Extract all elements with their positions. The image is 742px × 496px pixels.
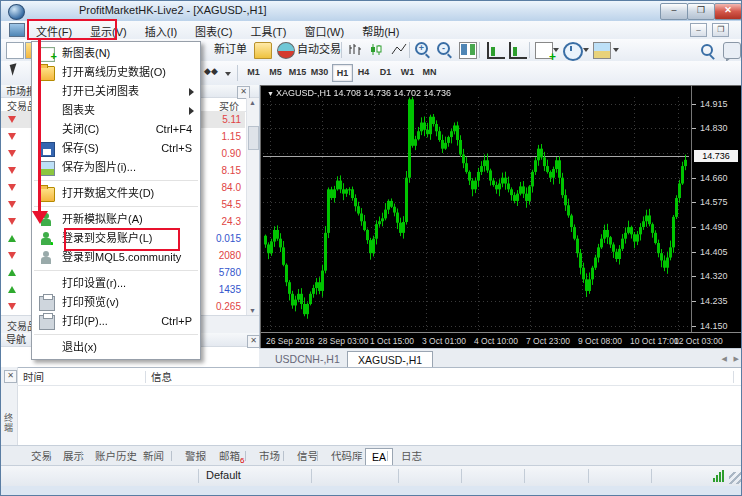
chart-collapse-icon[interactable]: ▼ — [267, 90, 276, 97]
period-m1[interactable]: M1 — [244, 64, 263, 80]
navigator-close-icon[interactable]: ✕ — [247, 335, 260, 348]
file-menu-item-5[interactable]: 保存(S)Ctrl+S — [32, 139, 200, 158]
file-menu-item-6[interactable]: 保存为图片(i)... — [32, 158, 200, 177]
submenu-arrow-icon — [189, 88, 194, 96]
tab-scroll-right-icon[interactable]: ▶ — [734, 355, 739, 363]
market-watch-scrollbar[interactable]: ▲ ▼ — [246, 98, 259, 315]
period-h4[interactable]: H4 — [354, 64, 373, 80]
terminal-tab-8[interactable]: 代码库 — [325, 448, 369, 465]
price-label: 14.235 — [700, 296, 728, 306]
period-w1[interactable]: W1 — [398, 64, 417, 80]
terminal-tab-10[interactable]: 日志 — [395, 448, 428, 465]
menu-item-5[interactable]: 窗口(W) — [295, 21, 353, 39]
templates-dropdown-icon[interactable] — [613, 48, 619, 52]
indicators-icon[interactable] — [535, 42, 553, 59]
new-order-button[interactable]: 新订单 — [214, 41, 247, 58]
file-menu-item-1[interactable]: 打开离线历史数据(O) — [32, 63, 200, 82]
child-minimize-button[interactable]: – — [690, 23, 707, 37]
templates-icon[interactable] — [593, 42, 611, 59]
periods-dropdown-icon[interactable] — [583, 48, 589, 52]
menu-item-6[interactable]: 帮助(H) — [353, 21, 408, 39]
chart-tab-xagusdh1[interactable]: XAGUSD-,H1 — [347, 351, 433, 368]
file-menu-item-11[interactable]: 打印设置(r)... — [32, 274, 200, 293]
line-chart-mode-icon[interactable] — [391, 42, 407, 57]
terminal-tab-2[interactable]: 账户历史 — [89, 448, 143, 465]
toolbar-separator — [237, 65, 238, 81]
auto-scroll-icon[interactable] — [509, 42, 527, 59]
menu-item-2[interactable]: 插入(I) — [136, 21, 186, 39]
file-menu-item-7[interactable]: 打开数据文件夹(D) — [32, 184, 200, 203]
indicators-dropdown-icon[interactable] — [553, 48, 559, 52]
scroll-down-icon[interactable]: ▼ — [249, 307, 256, 314]
arrow-down-icon — [8, 116, 16, 123]
menu-item-4[interactable]: 工具(T) — [241, 21, 295, 39]
zoom-out-icon[interactable]: - — [437, 42, 450, 55]
child-restore-button[interactable]: ❐ — [712, 23, 729, 37]
terminal-tab-9[interactable]: EA — [365, 448, 393, 466]
community-chat-icon[interactable] — [723, 42, 741, 59]
terminal-tab-4[interactable]: 警报 — [179, 448, 212, 465]
chart-tab-usdcnhh1[interactable]: USDCNH-,H1 — [265, 351, 350, 367]
price-tick — [692, 252, 696, 253]
terminal-tab-3[interactable]: 新闻 — [137, 448, 170, 465]
tab-scroll-left-icon[interactable]: ◀ — [722, 355, 727, 363]
file-menu-item-8[interactable]: 开新模拟账户(A) — [32, 210, 200, 229]
column-time[interactable]: 时间 — [23, 369, 44, 384]
file-menu-item-2[interactable]: 打开已关闭图表 — [32, 82, 200, 101]
arrow-down-icon — [8, 167, 16, 174]
mt4-main-window: ProfitMarketHK-Live2 - [XAGUSD-,H1] – ❐ … — [0, 0, 742, 496]
file-menu-item-0[interactable]: 新图表(N) — [32, 44, 200, 63]
bar-chart-mode-icon[interactable] — [347, 42, 363, 57]
zoom-in-icon[interactable]: + — [415, 42, 428, 55]
file-menu-item-label: 保存为图片(i)... — [62, 161, 136, 173]
periods-icon[interactable] — [563, 42, 583, 61]
candlestick-mode-icon[interactable] — [369, 42, 385, 57]
scroll-thumb[interactable] — [248, 126, 259, 150]
menu-separator — [34, 270, 198, 271]
scroll-up-icon[interactable]: ▲ — [249, 99, 256, 106]
arrows-tool-icon[interactable]: ◆◆ — [204, 64, 218, 79]
tile-windows-icon[interactable] — [459, 42, 477, 59]
file-menu-item-13[interactable]: 打印(P)...Ctrl+P — [32, 312, 200, 331]
mailbox-icon[interactable] — [254, 42, 272, 59]
period-h1[interactable]: H1 — [332, 64, 353, 82]
file-menu-item-3[interactable]: 图表夹 — [32, 101, 200, 120]
period-m15[interactable]: M15 — [288, 64, 307, 80]
profile-indicator[interactable]: Default — [206, 469, 241, 481]
period-m5[interactable]: M5 — [266, 64, 285, 80]
maximize-button[interactable]: ❐ — [687, 3, 715, 20]
autotrading-icon[interactable] — [277, 42, 295, 59]
period-mn[interactable]: MN — [420, 64, 439, 80]
print-preview-icon — [39, 296, 55, 311]
arrow-down-icon — [8, 303, 16, 310]
new-chart-toolbar-icon[interactable] — [6, 42, 24, 59]
terminal-tab-0[interactable]: 交易 — [25, 448, 58, 465]
file-menu-item-12[interactable]: 打印预览(v) — [32, 293, 200, 312]
terminal-close-icon[interactable]: ✕ — [4, 370, 17, 383]
file-menu-item-9[interactable]: 登录到交易账户(L) — [32, 229, 200, 248]
search-icon[interactable] — [701, 44, 713, 56]
time-scale[interactable]: 26 Sep 201828 Sep 03:001 Oct 15:003 Oct … — [261, 332, 742, 348]
price-scale[interactable]: 14.91514.83014.66014.57514.49014.40514.3… — [691, 85, 742, 333]
file-menu-item-14[interactable]: 退出(x) — [32, 338, 200, 357]
terminal-header-row: 时间 信息 — [17, 369, 742, 386]
period-d1[interactable]: D1 — [376, 64, 395, 80]
column-divider[interactable] — [145, 371, 146, 383]
price-chart[interactable] — [263, 97, 689, 331]
terminal-tab-6[interactable]: 市场 — [253, 448, 286, 465]
menu-item-3[interactable]: 图表(C) — [186, 21, 241, 39]
column-divider[interactable] — [733, 371, 734, 383]
cursor-tool-icon[interactable] — [10, 63, 20, 75]
chart-shift-icon[interactable] — [487, 42, 505, 59]
chart-window-icon[interactable] — [9, 23, 25, 37]
period-m30[interactable]: M30 — [310, 64, 329, 80]
terminal-tab-1[interactable]: 展示 — [57, 448, 90, 465]
column-message[interactable]: 信息 — [151, 369, 172, 384]
autotrading-button[interactable]: 自动交易 — [297, 41, 341, 58]
file-menu-item-4[interactable]: 关闭(C)Ctrl+F4 — [32, 120, 200, 139]
terminal-tab-7[interactable]: 信号 — [291, 448, 324, 465]
resize-grip[interactable] — [729, 472, 741, 484]
minimize-button[interactable]: – — [660, 3, 688, 20]
close-button[interactable]: ✕ — [714, 3, 742, 20]
arrows-dropdown-icon[interactable] — [225, 72, 231, 76]
